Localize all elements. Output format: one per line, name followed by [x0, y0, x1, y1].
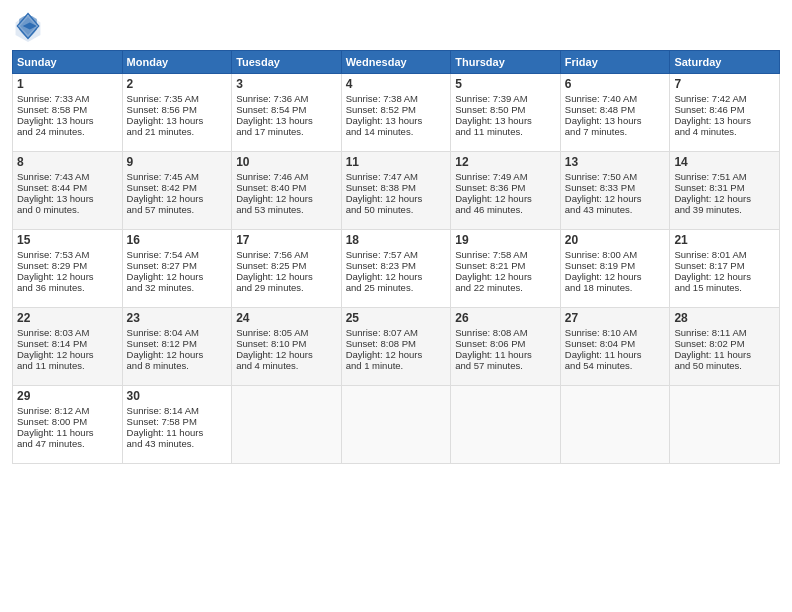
- day-info-line: Sunrise: 8:03 AM: [17, 327, 118, 338]
- day-info-line: Sunrise: 7:35 AM: [127, 93, 228, 104]
- day-info-line: Daylight: 12 hours: [17, 349, 118, 360]
- day-info-line: and 18 minutes.: [565, 282, 666, 293]
- day-info-line: Sunrise: 7:40 AM: [565, 93, 666, 104]
- day-info-line: Daylight: 13 hours: [17, 193, 118, 204]
- day-info-line: and 32 minutes.: [127, 282, 228, 293]
- day-info-line: Sunrise: 7:54 AM: [127, 249, 228, 260]
- calendar-cell: 3Sunrise: 7:36 AMSunset: 8:54 PMDaylight…: [232, 74, 342, 152]
- calendar-cell: 25Sunrise: 8:07 AMSunset: 8:08 PMDayligh…: [341, 308, 451, 386]
- calendar-cell: 17Sunrise: 7:56 AMSunset: 8:25 PMDayligh…: [232, 230, 342, 308]
- day-info-line: Sunrise: 7:36 AM: [236, 93, 337, 104]
- calendar-week-3: 22Sunrise: 8:03 AMSunset: 8:14 PMDayligh…: [13, 308, 780, 386]
- calendar-cell: 20Sunrise: 8:00 AMSunset: 8:19 PMDayligh…: [560, 230, 670, 308]
- day-info-line: Daylight: 12 hours: [346, 349, 447, 360]
- calendar-cell: 10Sunrise: 7:46 AMSunset: 8:40 PMDayligh…: [232, 152, 342, 230]
- day-info-line: and 0 minutes.: [17, 204, 118, 215]
- day-info-line: Daylight: 11 hours: [455, 349, 556, 360]
- day-number: 28: [674, 311, 775, 325]
- day-info-line: Sunrise: 7:33 AM: [17, 93, 118, 104]
- day-info-line: and 47 minutes.: [17, 438, 118, 449]
- day-info-line: and 29 minutes.: [236, 282, 337, 293]
- calendar-cell: 19Sunrise: 7:58 AMSunset: 8:21 PMDayligh…: [451, 230, 561, 308]
- day-info-line: Daylight: 12 hours: [455, 271, 556, 282]
- calendar-cell: 21Sunrise: 8:01 AMSunset: 8:17 PMDayligh…: [670, 230, 780, 308]
- day-info-line: Sunrise: 7:49 AM: [455, 171, 556, 182]
- day-info-line: Sunrise: 8:11 AM: [674, 327, 775, 338]
- calendar-cell: [451, 386, 561, 464]
- day-number: 20: [565, 233, 666, 247]
- day-info-line: Sunrise: 7:57 AM: [346, 249, 447, 260]
- day-number: 24: [236, 311, 337, 325]
- day-info-line: Sunrise: 7:39 AM: [455, 93, 556, 104]
- day-info-line: Sunset: 8:31 PM: [674, 182, 775, 193]
- day-number: 11: [346, 155, 447, 169]
- day-info-line: and 39 minutes.: [674, 204, 775, 215]
- calendar-cell: 8Sunrise: 7:43 AMSunset: 8:44 PMDaylight…: [13, 152, 123, 230]
- day-info-line: Daylight: 12 hours: [127, 271, 228, 282]
- day-info-line: Sunset: 8:44 PM: [17, 182, 118, 193]
- day-info-line: and 4 minutes.: [674, 126, 775, 137]
- day-info-line: Sunrise: 8:14 AM: [127, 405, 228, 416]
- day-number: 15: [17, 233, 118, 247]
- day-info-line: Sunset: 8:33 PM: [565, 182, 666, 193]
- day-info-line: Daylight: 12 hours: [346, 271, 447, 282]
- day-info-line: Sunset: 8:56 PM: [127, 104, 228, 115]
- day-info-line: and 14 minutes.: [346, 126, 447, 137]
- calendar-week-4: 29Sunrise: 8:12 AMSunset: 8:00 PMDayligh…: [13, 386, 780, 464]
- col-friday: Friday: [560, 51, 670, 74]
- day-info-line: Daylight: 12 hours: [346, 193, 447, 204]
- day-info-line: Daylight: 12 hours: [674, 271, 775, 282]
- col-monday: Monday: [122, 51, 232, 74]
- day-number: 10: [236, 155, 337, 169]
- calendar-cell: 30Sunrise: 8:14 AMSunset: 7:58 PMDayligh…: [122, 386, 232, 464]
- day-number: 12: [455, 155, 556, 169]
- day-info-line: and 7 minutes.: [565, 126, 666, 137]
- day-info-line: Sunrise: 8:07 AM: [346, 327, 447, 338]
- day-info-line: Daylight: 11 hours: [127, 427, 228, 438]
- calendar-cell: 29Sunrise: 8:12 AMSunset: 8:00 PMDayligh…: [13, 386, 123, 464]
- calendar-cell: [341, 386, 451, 464]
- day-info-line: Daylight: 12 hours: [127, 193, 228, 204]
- calendar-cell: 5Sunrise: 7:39 AMSunset: 8:50 PMDaylight…: [451, 74, 561, 152]
- col-saturday: Saturday: [670, 51, 780, 74]
- day-info-line: Sunset: 8:08 PM: [346, 338, 447, 349]
- logo: [12, 10, 48, 42]
- day-info-line: Daylight: 12 hours: [236, 193, 337, 204]
- calendar-cell: 23Sunrise: 8:04 AMSunset: 8:12 PMDayligh…: [122, 308, 232, 386]
- day-info-line: Daylight: 12 hours: [236, 349, 337, 360]
- day-info-line: Sunset: 8:42 PM: [127, 182, 228, 193]
- day-info-line: Sunset: 8:12 PM: [127, 338, 228, 349]
- day-info-line: Sunset: 8:10 PM: [236, 338, 337, 349]
- day-info-line: Sunrise: 7:56 AM: [236, 249, 337, 260]
- day-info-line: Sunrise: 8:12 AM: [17, 405, 118, 416]
- day-info-line: Sunset: 8:58 PM: [17, 104, 118, 115]
- calendar-cell: 12Sunrise: 7:49 AMSunset: 8:36 PMDayligh…: [451, 152, 561, 230]
- col-thursday: Thursday: [451, 51, 561, 74]
- day-info-line: Sunset: 8:46 PM: [674, 104, 775, 115]
- calendar-cell: 13Sunrise: 7:50 AMSunset: 8:33 PMDayligh…: [560, 152, 670, 230]
- day-number: 14: [674, 155, 775, 169]
- day-number: 2: [127, 77, 228, 91]
- day-info-line: and 43 minutes.: [127, 438, 228, 449]
- day-number: 21: [674, 233, 775, 247]
- calendar-week-0: 1Sunrise: 7:33 AMSunset: 8:58 PMDaylight…: [13, 74, 780, 152]
- day-info-line: Daylight: 12 hours: [455, 193, 556, 204]
- calendar-cell: 22Sunrise: 8:03 AMSunset: 8:14 PMDayligh…: [13, 308, 123, 386]
- day-info-line: Sunset: 8:36 PM: [455, 182, 556, 193]
- col-wednesday: Wednesday: [341, 51, 451, 74]
- day-number: 30: [127, 389, 228, 403]
- day-info-line: Daylight: 13 hours: [127, 115, 228, 126]
- day-number: 13: [565, 155, 666, 169]
- calendar-cell: 16Sunrise: 7:54 AMSunset: 8:27 PMDayligh…: [122, 230, 232, 308]
- day-info-line: and 50 minutes.: [346, 204, 447, 215]
- calendar-cell: 14Sunrise: 7:51 AMSunset: 8:31 PMDayligh…: [670, 152, 780, 230]
- day-info-line: Sunset: 8:19 PM: [565, 260, 666, 271]
- day-info-line: Sunrise: 7:42 AM: [674, 93, 775, 104]
- col-tuesday: Tuesday: [232, 51, 342, 74]
- day-number: 23: [127, 311, 228, 325]
- day-info-line: Daylight: 13 hours: [565, 115, 666, 126]
- day-info-line: Daylight: 12 hours: [17, 271, 118, 282]
- day-info-line: Sunset: 8:23 PM: [346, 260, 447, 271]
- day-info-line: Sunrise: 7:43 AM: [17, 171, 118, 182]
- day-info-line: Sunrise: 8:00 AM: [565, 249, 666, 260]
